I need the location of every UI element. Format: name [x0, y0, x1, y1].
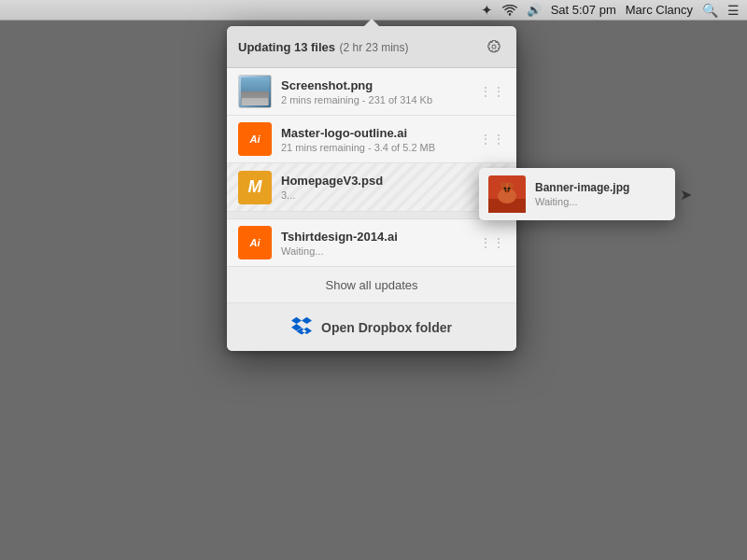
menubar-user: Marc Clancy — [626, 3, 693, 17]
cursor-indicator: ➤ — [680, 186, 692, 203]
banner-thumbnail — [488, 175, 526, 213]
volume-icon: 🔊 — [527, 3, 542, 17]
wifi-icon — [502, 5, 517, 16]
gear-button[interactable] — [483, 35, 505, 58]
file-name-screenshot: Screenshot.png — [281, 78, 470, 92]
file-info-psd: HomepageV3.psd 3... — [281, 174, 470, 201]
file-icon-psd: M — [238, 171, 272, 204]
file-info-tshirt: Tshirtdesign-2014.ai Waiting... — [281, 230, 470, 257]
file-icon-screenshot — [238, 75, 272, 108]
open-folder-button[interactable]: Open Dropbox folder — [227, 303, 516, 351]
show-updates-button[interactable]: Show all updates — [227, 267, 516, 303]
file-item-tshirt[interactable]: Ai Tshirtdesign-2014.ai Waiting... ⋮⋮ — [227, 219, 516, 267]
menu-bar: ✦ 🔊 Sat 5:07 pm Marc Clancy 🔍 ☰ — [0, 0, 747, 21]
popup-subtitle: (2 hr 23 mins) — [339, 41, 408, 54]
tooltip-filename: Banner-image.jpg — [535, 181, 666, 194]
svg-point-7 — [504, 188, 507, 190]
file-list: Screenshot.png 2 mins remaining - 231 of… — [227, 68, 516, 267]
ai-label: Ai — [250, 133, 261, 145]
psd-m-logo: M — [238, 171, 272, 204]
file-icon-ai: Ai — [238, 122, 272, 156]
file-item-psd[interactable]: M HomepageV3.psd 3... ⋮⋮ — [227, 163, 516, 212]
file-name-ai: Master-logo-outline.ai — [281, 126, 470, 140]
file-status-ai: 21 mins remaining - 3.4 of 5.2 MB — [281, 142, 470, 153]
file-tooltip-banner: Banner-image.jpg Waiting... ➤ — [479, 168, 675, 220]
menubar-time: Sat 5:07 pm — [551, 3, 616, 17]
open-folder-label: Open Dropbox folder — [321, 320, 452, 335]
file-status-screenshot: 2 mins remaining - 231 of 314 Kb — [281, 94, 470, 105]
menubar-right: ✦ 🔊 Sat 5:07 pm Marc Clancy 🔍 ☰ — [481, 2, 740, 19]
file-name-tshirt: Tshirtdesign-2014.ai — [281, 230, 470, 244]
file-item-ai[interactable]: Ai Master-logo-outline.ai 21 mins remain… — [227, 116, 516, 163]
file-status-psd: 3... — [281, 189, 470, 201]
ai-icon-bg: Ai — [238, 122, 272, 156]
svg-point-0 — [508, 13, 510, 15]
separator — [227, 212, 516, 219]
file-status-tshirt: Waiting... — [281, 245, 470, 257]
ai-label-2: Ai — [250, 237, 261, 248]
file-name-psd: HomepageV3.psd — [281, 174, 470, 188]
dropbox-logo-icon — [291, 315, 312, 340]
popup-header-title-area: Updating 13 files (2 hr 23 mins) — [238, 38, 409, 55]
tooltip-status: Waiting... — [535, 196, 666, 207]
screenshot-thumbnail — [238, 75, 272, 108]
dropbox-menubar-icon[interactable]: ✦ — [481, 2, 493, 19]
popup-title: Updating 13 files — [238, 40, 335, 54]
ai-icon-bg-2: Ai — [238, 226, 272, 259]
svg-point-8 — [508, 188, 511, 190]
file-info-screenshot: Screenshot.png 2 mins remaining - 231 of… — [281, 78, 470, 105]
dropbox-popup: Updating 13 files (2 hr 23 mins) Screens… — [227, 26, 516, 351]
file-info-ai: Master-logo-outline.ai 21 mins remaining… — [281, 126, 470, 153]
popup-header: Updating 13 files (2 hr 23 mins) — [227, 26, 516, 68]
svg-point-10 — [505, 190, 507, 192]
drag-handle-ai: ⋮⋮ — [479, 132, 505, 147]
search-icon[interactable]: 🔍 — [702, 3, 718, 18]
drag-handle-tshirt: ⋮⋮ — [479, 235, 505, 250]
file-icon-tshirt: Ai — [238, 226, 272, 259]
list-icon[interactable]: ☰ — [727, 3, 740, 18]
file-item-screenshot[interactable]: Screenshot.png 2 mins remaining - 231 of… — [227, 68, 516, 116]
svg-point-11 — [508, 190, 510, 192]
drag-handle-screenshot: ⋮⋮ — [479, 84, 505, 99]
tooltip-info: Banner-image.jpg Waiting... — [535, 181, 666, 207]
show-updates-label: Show all updates — [325, 278, 417, 292]
